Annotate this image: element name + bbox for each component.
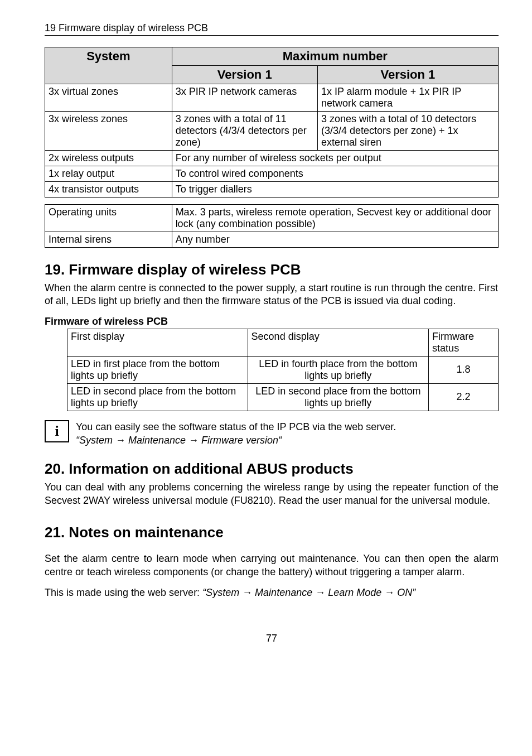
page-number: 77 — [45, 633, 499, 644]
cell: 1x relay output — [45, 166, 172, 182]
body2-m1: Maintenance — [252, 587, 315, 598]
system-table: System Maximum number Version 1 Version … — [45, 47, 499, 198]
cell: LED in second place from the bottom ligh… — [67, 383, 248, 411]
cell: 2.2 — [429, 383, 499, 411]
cell: 3x wireless zones — [45, 112, 172, 151]
info-icon: i — [45, 420, 69, 442]
firmware-table: First display Second display Firmware st… — [67, 329, 499, 411]
info-line2-pre: “System — [76, 435, 115, 446]
th-version-b: Version 1 — [317, 66, 498, 84]
table-row: 2x wireless outputs For any number of wi… — [45, 151, 499, 166]
th-second-display: Second display — [248, 329, 429, 356]
th-system: System — [45, 47, 172, 84]
cell: LED in second place from the bottom ligh… — [248, 383, 429, 411]
cell: LED in first place from the bottom light… — [67, 356, 248, 383]
table-row: Operating units Max. 3 parts, wireless r… — [45, 205, 499, 232]
th-first-display: First display — [67, 329, 248, 356]
section-21-body2: This is made using the web server: “Syst… — [45, 586, 499, 599]
section-19-title: 19. Firmware display of wireless PCB — [45, 261, 499, 278]
section-20-title: 20. Information on additional ABUS produ… — [45, 460, 499, 478]
body2-sys: “System — [202, 587, 242, 598]
table-row: First display Second display Firmware st… — [67, 329, 499, 356]
cell: 1x IP alarm module + 1x PIR IP network c… — [317, 84, 498, 112]
table-row: 3x wireless zones 3 zones with a total o… — [45, 112, 499, 151]
arrow-icon: → — [315, 587, 325, 598]
section-20-body: You can deal with any problems concernin… — [45, 481, 499, 507]
info-text: You can easily see the software status o… — [76, 420, 396, 447]
table-row: 4x transistor outputs To trigger dialler… — [45, 182, 499, 198]
cell: 4x transistor outputs — [45, 182, 172, 198]
section-19-body: When the alarm centre is connected to th… — [45, 282, 499, 308]
section-21-body1: Set the alarm centre to learn mode when … — [45, 552, 499, 579]
body2-pre: This is made using the web server: — [45, 587, 202, 598]
cell: 3x PIR IP network cameras — [172, 84, 317, 112]
cell: 3 zones with a total of 11 detectors (4/… — [172, 112, 317, 151]
body2-end: ON” — [394, 587, 415, 598]
cell: To trigger diallers — [172, 182, 498, 198]
cell: LED in fourth place from the bottom ligh… — [248, 356, 429, 383]
th-fw-status: Firmware status — [429, 329, 499, 356]
info-note: i You can easily see the software status… — [45, 420, 499, 447]
info-line2-m2: Firmware version“ — [199, 435, 282, 446]
arrow-icon: → — [384, 587, 394, 598]
running-header: 19 Firmware display of wireless PCB — [45, 22, 499, 36]
info-line2-m1: Maintenance — [125, 435, 188, 446]
table-row: LED in second place from the bottom ligh… — [67, 383, 499, 411]
cell: 1.8 — [429, 356, 499, 383]
cell: Max. 3 parts, wireless remote operation,… — [172, 205, 498, 232]
cell: Any number — [172, 232, 498, 248]
info-line1: You can easily see the software status o… — [76, 421, 396, 432]
cell: 2x wireless outputs — [45, 151, 172, 166]
arrow-icon: → — [115, 435, 125, 446]
cell: 3 zones with a total of 10 detectors (3/… — [317, 112, 498, 151]
units-table: Operating units Max. 3 parts, wireless r… — [45, 204, 499, 248]
body2-m2: Learn Mode — [325, 587, 384, 598]
table-row: 1x relay output To control wired compone… — [45, 166, 499, 182]
table-row: Internal sirens Any number — [45, 232, 499, 248]
arrow-icon: → — [242, 587, 252, 598]
firmware-subhead: Firmware of wireless PCB — [45, 316, 499, 328]
th-max: Maximum number — [172, 47, 498, 66]
section-21-title: 21. Notes on maintenance — [45, 524, 499, 541]
table-row: 3x virtual zones 3x PIR IP network camer… — [45, 84, 499, 112]
cell: 3x virtual zones — [45, 84, 172, 112]
cell: Internal sirens — [45, 232, 172, 248]
table-row: LED in first place from the bottom light… — [67, 356, 499, 383]
cell: To control wired components — [172, 166, 498, 182]
arrow-icon: → — [188, 435, 199, 446]
th-version-a: Version 1 — [172, 66, 317, 84]
cell: For any number of wireless sockets per o… — [172, 151, 498, 166]
cell: Operating units — [45, 205, 172, 232]
